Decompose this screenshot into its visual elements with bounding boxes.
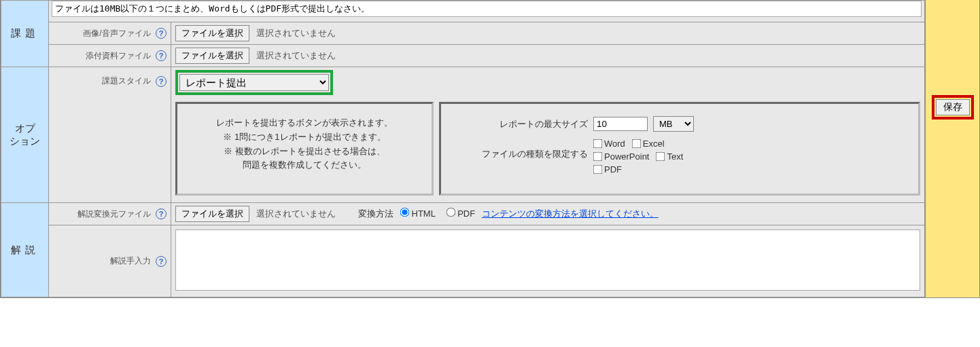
help-icon[interactable]: ? [156, 208, 167, 219]
kadai-textarea[interactable]: ファイルは10MB以下の１つにまとめ、WordもしくはPDF形式で提出しなさい。 [52, 1, 922, 17]
help-icon[interactable]: ? [156, 50, 167, 61]
attachment-file-status: 選択されていません [256, 50, 336, 60]
explain-file-button[interactable]: ファイルを選択 [175, 206, 249, 222]
save-button[interactable]: 保存 [936, 99, 970, 115]
image-audio-file-status: 選択されていません [256, 28, 336, 38]
style-label: 課題スタイル [102, 76, 151, 86]
explain-file-status: 選択されていません [256, 208, 336, 219]
help-icon[interactable]: ? [156, 28, 167, 39]
type-pdf-checkbox[interactable]: PDF [593, 164, 622, 175]
style-select-highlight: レポート提出 [175, 70, 333, 95]
explain-source-file-label: 解説変換元ファイル [77, 209, 151, 219]
help-icon[interactable]: ? [156, 256, 167, 267]
attachment-label: 添付資料ファイル [86, 51, 151, 60]
section-kadai-label: 課題 [1, 1, 49, 67]
style-description-panel: レポートを提出するボタンが表示されます。 ※ 1問につき1レポートが提出できます… [175, 102, 434, 196]
attachment-file-button[interactable]: ファイルを選択 [175, 48, 249, 64]
save-button-highlight: 保存 [932, 95, 974, 120]
explain-manual-label: 解説手入力 [110, 256, 151, 266]
section-explain-label: 解説 [1, 203, 49, 297]
type-text-checkbox[interactable]: Text [656, 151, 683, 162]
max-size-input[interactable] [593, 117, 648, 131]
explain-manual-textarea[interactable] [175, 230, 920, 291]
type-word-checkbox[interactable]: Word [593, 139, 625, 149]
max-size-unit-select[interactable]: MB [653, 116, 694, 132]
convert-method-label: 変換方法 [358, 208, 393, 219]
style-select[interactable]: レポート提出 [179, 74, 329, 91]
image-audio-label: 画像/音声ファイル [83, 29, 150, 38]
report-settings-panel: レポートの最大サイズ MB ファイルの種類を限定する Word [439, 102, 920, 196]
image-audio-file-button[interactable]: ファイルを選択 [175, 25, 249, 41]
type-excel-checkbox[interactable]: Excel [632, 139, 665, 149]
section-option-label: オプ ション [1, 67, 49, 203]
max-size-label: レポートの最大サイズ [452, 118, 588, 130]
convert-method-html-radio[interactable]: HTML [400, 208, 436, 219]
save-sidebar: 保存 [925, 0, 979, 297]
type-powerpoint-checkbox[interactable]: PowerPoint [593, 151, 649, 162]
limit-type-label: ファイルの種類を限定する [452, 139, 588, 160]
help-icon[interactable]: ? [156, 76, 167, 87]
convert-method-pdf-radio[interactable]: PDF [447, 208, 476, 219]
convert-method-link[interactable]: コンテンツの変換方法を選択してください。 [482, 208, 659, 219]
